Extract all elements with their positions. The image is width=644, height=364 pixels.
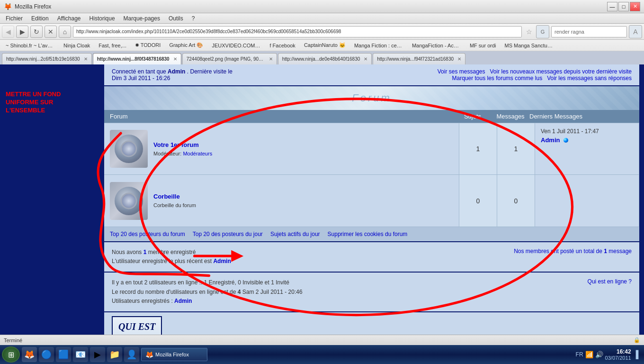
registered-users-link[interactable]: Admin: [174, 298, 192, 304]
who-online-link[interactable]: Qui est en ligne ?: [588, 278, 632, 285]
stats-left: Nous avons 1 membre enregistré L'utilisa…: [112, 248, 231, 266]
taskbar-user-icon[interactable]: 👤: [124, 347, 139, 362]
tab-close-2[interactable]: ✕: [269, 56, 273, 62]
forum-1-lastmsg-author[interactable]: Admin: [541, 136, 560, 144]
start-button[interactable]: ⊞: [2, 346, 20, 363]
tab-close-0[interactable]: ✕: [84, 56, 88, 62]
menu-edition[interactable]: Edition: [27, 14, 53, 23]
forum-1-mod-link[interactable]: Modérateurs: [183, 151, 212, 156]
username-link[interactable]: Admin: [168, 68, 185, 75]
bookmark-0[interactable]: ~ Shinobi.fr ~ L'avent...: [2, 42, 59, 49]
newest-user-link[interactable]: Admin: [213, 258, 231, 264]
new-messages-link[interactable]: Voir les nouveaux messages depuis votre …: [490, 68, 632, 75]
taskbar-photoshop-icon[interactable]: 🟦: [56, 347, 71, 362]
bookmark-5[interactable]: JEUXVIDEO.COM - La ...: [208, 42, 265, 49]
forward-button[interactable]: ▶: [16, 26, 28, 38]
view-messages-link[interactable]: Voir ses messages: [438, 68, 485, 75]
menu-outils[interactable]: Outils: [165, 14, 187, 23]
status-icons: 🔒: [634, 337, 640, 343]
tab-0[interactable]: http://www.ninj...2c6f51fb19e16830 ✕: [2, 53, 92, 64]
browser-window: 🦊 Mozilla Firefox — □ ✕ Fichier Edition …: [0, 0, 644, 364]
menu-fichier[interactable]: Fichier: [2, 14, 27, 23]
tab-close-3[interactable]: ✕: [364, 56, 367, 62]
bookmark-3[interactable]: ✸ TODORI: [131, 41, 164, 49]
tab-close-4[interactable]: ✕: [457, 56, 461, 62]
col-messages: Messages: [492, 113, 529, 120]
close-button[interactable]: ✕: [630, 2, 640, 11]
bookmark-8[interactable]: Manga Fiction : centre...: [350, 42, 407, 49]
no-replies-link[interactable]: Voir les messages sans réponses: [547, 75, 632, 82]
tab-2[interactable]: 724408qeel2.png (Image PNG, 900x... ✕: [182, 53, 277, 64]
sujets-actifs-link[interactable]: Sujets actifs du jour: [270, 231, 320, 237]
bookmark-9[interactable]: MangaFiction - Accueil: [408, 42, 465, 49]
mark-all-read-link[interactable]: Marquer tous les forums comme lus: [452, 75, 542, 82]
address-text: http://www.ninjacloak.com/index.php/1010…: [76, 29, 519, 34]
menu-historique[interactable]: Historique: [86, 14, 119, 23]
annotation-text: Mettre un fond uniforme sur l'ensemble: [6, 91, 72, 115]
forum-2-icon: [110, 182, 148, 220]
taskbar-app-firefox[interactable]: 🦊 Mozilla Firefox: [141, 348, 207, 361]
title-bar: 🦊 Mozilla Firefox — □ ✕: [0, 0, 644, 13]
taskbar-firefox-icon[interactable]: 🦊: [22, 347, 37, 362]
online-info-left: Il y a en tout 2 utilisateurs en ligne :…: [112, 278, 303, 306]
addon-icon[interactable]: A: [629, 25, 642, 38]
delete-cookies-link[interactable]: Supprimer les cookies du forum: [328, 231, 408, 237]
record-date: Sam 2 Juil 2011 - 20:46: [242, 289, 303, 295]
back-button[interactable]: ◀: [2, 26, 14, 38]
bookmark-11[interactable]: MS Manga Sanctuary: [501, 42, 558, 49]
stats-right: Nos membres ont posté un total de 1 mess…: [514, 248, 632, 266]
bookmark-star-icon[interactable]: ☆: [524, 26, 534, 37]
tab-1[interactable]: http://www.ninj...8f0f3487816830 ✕: [93, 53, 181, 64]
col-derniers: Derniers Messages: [529, 113, 634, 120]
taskbar-outlook-icon[interactable]: 📧: [73, 347, 88, 362]
menu-affichage[interactable]: Affichage: [54, 14, 85, 23]
tab-3[interactable]: http://www.ninja...de0e48b640f16830 ✕: [278, 53, 372, 64]
last-visit-text: . Dernière visite le: [187, 68, 233, 75]
top20-jour-link[interactable]: Top 20 des posteurs du jour: [193, 231, 263, 237]
online-bar: Il y a en tout 2 utilisateurs en ligne :…: [104, 273, 639, 311]
taskbar-chrome-icon[interactable]: 🔵: [39, 347, 54, 362]
nav-bar: ◀ ▶ ↻ ✕ ⌂ http://www.ninjacloak.com/inde…: [0, 24, 644, 40]
search-engine-icon[interactable]: G: [536, 25, 549, 38]
forum-2-title-link[interactable]: Corbeille: [153, 193, 453, 200]
address-bar[interactable]: http://www.ninjacloak.com/index.php/1010…: [73, 26, 522, 37]
bookmark-10[interactable]: MF sur ordi: [466, 42, 500, 49]
search-bar[interactable]: render ragna: [551, 26, 627, 37]
window-title: Mozilla Firefox: [15, 3, 51, 10]
menu-marquepages[interactable]: Marque-pages: [120, 14, 164, 23]
firefox-icon: 🦊: [4, 3, 12, 10]
connection-links: Voir ses messages Voir les nouveaux mess…: [438, 68, 632, 82]
taskbar-explorer-icon[interactable]: 📁: [107, 347, 122, 362]
show-desktop-icon[interactable]: ▐: [633, 350, 638, 359]
time-display: 16:42: [605, 348, 631, 355]
forum-1-lastmsg-date: Ven 1 Juil 2011 - 17:47: [541, 128, 599, 135]
bookmark-1[interactable]: Ninja Cloak: [60, 42, 94, 49]
bookmark-4[interactable]: Graphic Art 🎨: [165, 41, 207, 49]
forum-1-title-link[interactable]: Votre 1er forum: [153, 141, 453, 148]
forum-container: Connecté en tant que Admin . Dernière vi…: [104, 64, 639, 335]
taskbar-apps: 🦊 Mozilla Firefox: [141, 348, 570, 361]
bookmark-2[interactable]: Fast, free,...: [95, 42, 130, 49]
menu-help[interactable]: ?: [188, 14, 199, 23]
refresh-button[interactable]: ↻: [30, 26, 43, 38]
stop-button[interactable]: ✕: [45, 26, 57, 38]
tab-close-1[interactable]: ✕: [173, 56, 177, 62]
tab-label-2: 724408qeel2.png (Image PNG, 900x...: [187, 56, 265, 62]
table-row: Votre 1er forum Modérateur: Modérateurs …: [104, 123, 639, 175]
bookmarks-bar: ~ Shinobi.fr ~ L'avent... Ninja Cloak Fa…: [0, 40, 644, 51]
last-visit-date: Dim 3 Juil 2011 - 16:26: [112, 75, 170, 82]
tab-label-3: http://www.ninja...de0e48b640f16830: [282, 56, 360, 62]
home-button[interactable]: ⌂: [59, 26, 71, 38]
taskbar-app-label: Mozilla Firefox: [155, 352, 189, 357]
taskbar-media-icon[interactable]: ▶: [90, 347, 105, 362]
bookmark-7[interactable]: CaptainNaruto 🐱: [300, 41, 349, 49]
forum-header-image: Forum: [104, 86, 639, 110]
forum-bottom-links: Top 20 des posteurs du forum Top 20 des …: [104, 227, 639, 241]
minimize-button[interactable]: —: [607, 2, 617, 11]
tab-label-1: http://www.ninj...8f0f3487816830: [97, 56, 170, 62]
tab-4[interactable]: http://www.ninja...f94f72321ad16830 ✕: [373, 53, 465, 64]
forum-1-info: Votre 1er forum Modérateur: Modérateurs: [104, 123, 459, 174]
top20-posteurs-link[interactable]: Top 20 des posteurs du forum: [110, 231, 185, 237]
bookmark-6[interactable]: f Facebook: [266, 42, 299, 49]
maximize-button[interactable]: □: [618, 2, 629, 11]
